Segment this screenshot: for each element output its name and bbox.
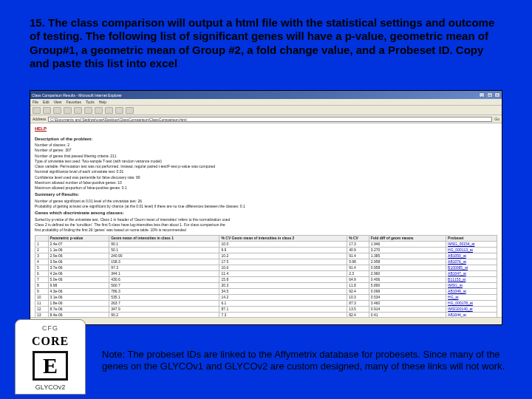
menu-help[interactable]: Help [99,100,106,104]
menu-file[interactable]: File [33,100,38,104]
table-cell: 0.958 [369,265,446,270]
table-cell: 3 [35,253,49,259]
probeset-link[interactable]: AB1049_at [446,288,497,294]
desc-line: Number of genes: 307 [35,148,497,152]
genes-line: Class 2 is defined as the 'condition'. T… [35,222,497,227]
table-cell: 17.3 [347,241,369,247]
table-cell: 97.3 [109,265,219,270]
address-field[interactable]: C:\Documents and Settings\user\Desktop\C… [48,117,492,122]
probeset-link[interactable]: IMSG_00154_at [446,241,497,247]
menu-edit[interactable]: Edit [43,100,50,104]
maximize-button[interactable]: ▭ [487,92,493,98]
probeset-link[interactable]: HG_000113_at [446,247,497,253]
table-cell: 560.7 [109,282,219,288]
probeset-link[interactable]: AB1050_at [446,253,497,259]
table-cell: 786.3 [109,288,219,294]
probeset-link[interactable]: AB1076_at [446,259,497,265]
search-button[interactable] [84,107,92,114]
table-cell: 10 [35,294,49,300]
summary-title: Summary of Results: [35,192,497,198]
table-cell: 0.099 [369,288,446,294]
mail-button[interactable] [115,107,123,114]
table-cell: 8.7e-06 [48,306,109,312]
menubar: File Edit View Favorites Tools Help [30,99,502,106]
probeset-link[interactable]: HG_at [446,294,497,300]
table-cell: 3.460 [369,300,446,306]
back-button[interactable] [33,107,41,114]
table-cell: 2 [35,247,49,253]
table-cell: 5.0e-06 [48,276,109,282]
table-header: % CV [347,235,369,241]
table-cell: 10.3 [347,294,369,300]
genes-line: Sorted by p-value of the univariate test… [35,217,497,222]
table-cell: 9.98 [48,282,109,288]
table-row: 111.8e-06263.76.187.33.460HG_000178_at [35,300,497,306]
table-cell: 92.4 [347,288,369,294]
table-cell: 2.958 [369,259,446,265]
summary-line: Number of genes significant at 0.01 leve… [35,199,497,203]
table-cell: 1.1e-06 [48,247,109,253]
desc-line: Maximum allowed proportion of false-posi… [35,185,497,190]
table-cell: 10.6 [219,265,347,270]
table-cell: 11.4 [219,270,347,276]
toolbar [30,106,502,115]
go-button[interactable]: Go [494,117,499,121]
home-button[interactable] [74,107,82,114]
table-cell: 5.98 [347,259,369,265]
table-cell: 2.5e-06 [48,253,109,259]
table-row: 89.98560.720.311.85.890IMSG_at [35,282,497,288]
genes-line: first probability of finding the first 2… [35,228,497,232]
table-row: 43.5e-06158.317.55.982.958AB1076_at [35,259,497,265]
probeset-link[interactable]: HG_000178_at [446,300,497,306]
close-button[interactable]: × [494,92,500,98]
table-cell: 14.2 [219,294,347,300]
menu-tools[interactable]: Tools [86,100,95,104]
help-link[interactable]: HELP [35,126,47,132]
table-cell: 1.385 [369,253,446,259]
table-cell: 0.534 [369,294,446,300]
probeset-link[interactable]: IMSG00140_at [446,306,497,312]
print-button[interactable] [126,107,134,114]
table-cell: 15.8 [219,276,347,282]
stop-button[interactable] [53,107,61,114]
probeset-link[interactable]: IMSG_at [446,282,497,288]
results-table: Parametric p-valueGeom mean of intensiti… [35,235,497,324]
table-cell: 0.914 [369,306,446,312]
minimize-button[interactable]: _ [479,92,485,98]
probeset-link[interactable]: B11153_at [446,276,497,282]
menu-view[interactable]: View [54,100,62,104]
logo-core: CORE [32,335,69,348]
table-cell: 90.1 [109,241,219,247]
table-cell: 430.6 [109,276,219,282]
desc-line: Confidence level used was percentile for… [35,175,497,180]
probeset-link[interactable]: AB1047_at [446,270,497,276]
table-cell: 1.8e-06 [48,300,109,306]
table-cell: 158.3 [109,259,219,265]
window-titlebar[interactable]: Class Comparison Results - Microsoft Int… [30,91,502,99]
table-cell: 12 [35,306,49,312]
table-row: 53.7e-0697.310.691.40.958B100085_at [35,265,497,270]
step-number: 15. [30,16,45,29]
desc-line: Maximum allowed number of false-positive… [35,180,497,185]
address-label: Address [33,117,46,121]
table-cell: 10.2 [219,253,347,259]
menu-favorites[interactable]: Favorites [66,100,81,104]
favorites-button[interactable] [95,107,103,114]
desc-line: Number of classes: 2 [35,143,497,147]
desc-title: Description of the problem: [35,137,497,143]
history-button[interactable] [105,107,113,114]
desc-line: Number of genes that passed filtering cr… [35,154,497,158]
probeset-link[interactable]: B100085_at [446,265,497,270]
table-cell: 91.4 [347,253,369,259]
table-cell: 40.9 [347,247,369,253]
table-cell: 10.0 [219,241,347,247]
table-cell: 2.3 [347,270,369,276]
table-cell: 11.8 [347,282,369,288]
table-cell: 20.3 [219,282,347,288]
table-cell: 263.7 [109,300,219,306]
table-cell: 11 [35,300,49,306]
forward-button[interactable] [43,107,51,114]
table-cell: 2.960 [369,270,446,276]
refresh-button[interactable] [64,107,72,114]
table-header: Fold diff of geom means [369,235,446,241]
